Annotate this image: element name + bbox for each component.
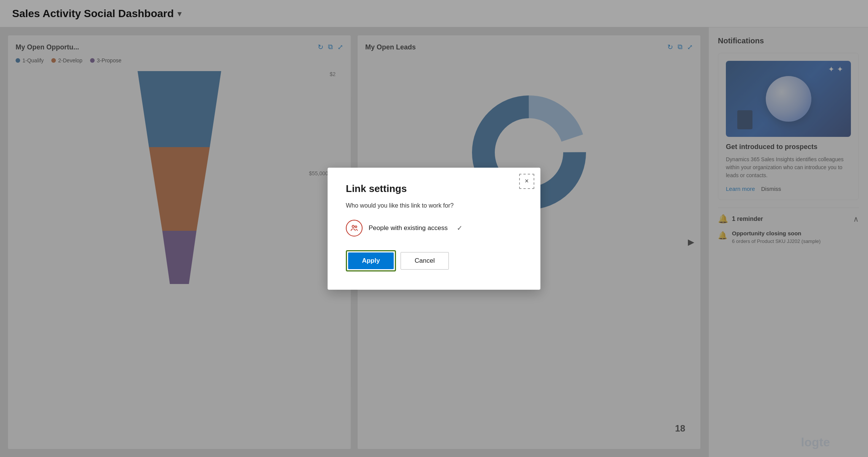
link-settings-modal: × Link settings Who would you like this … (328, 168, 540, 290)
svg-point-7 (355, 226, 357, 228)
modal-close-button[interactable]: × (519, 174, 534, 189)
svg-point-6 (352, 225, 355, 227)
checkmark-icon: ✓ (457, 224, 463, 232)
apply-button-wrapper: Apply (346, 250, 396, 271)
modal-buttons: Apply Cancel (346, 250, 522, 271)
apply-button[interactable]: Apply (348, 252, 394, 269)
modal-overlay: × Link settings Who would you like this … (0, 0, 868, 457)
existing-access-icon (346, 220, 363, 236)
option-row: People with existing access ✓ (346, 220, 522, 236)
people-icon-svg (350, 224, 358, 232)
cancel-button[interactable]: Cancel (401, 252, 449, 270)
modal-subtitle: Who would you like this link to work for… (346, 202, 522, 209)
modal-title: Link settings (346, 183, 522, 195)
option-label: People with existing access (369, 224, 448, 232)
